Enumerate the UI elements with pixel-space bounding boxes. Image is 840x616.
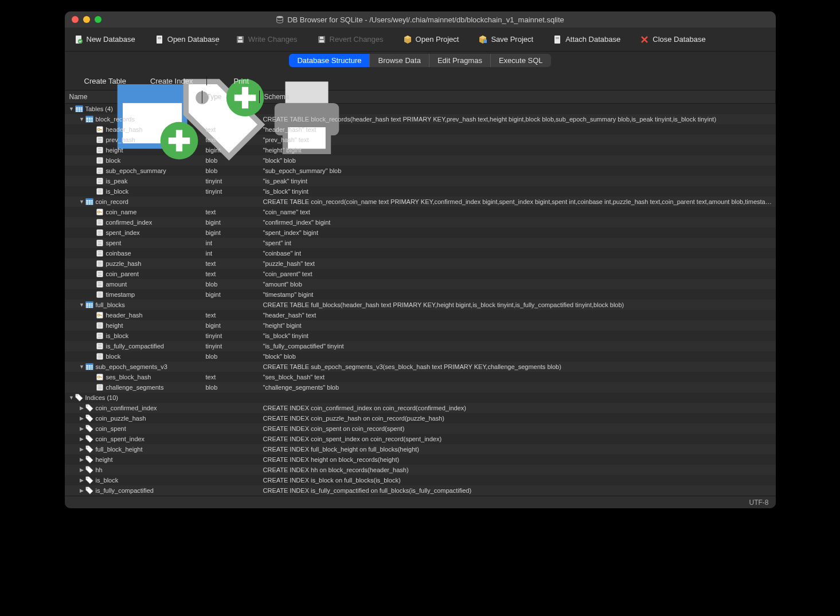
attach-database-button[interactable]: Attach Database	[549, 33, 624, 46]
tree-row[interactable]: ▶is_blockCREATE INDEX is_block on full_b…	[65, 475, 776, 485]
tree-row[interactable]: is_peaktinyint"is_peak" tinyint	[65, 176, 776, 186]
row-name: is_block	[106, 188, 129, 195]
tree-row[interactable]: ▼block_recordsCREATE TABLE block_records…	[65, 114, 776, 124]
write-changes-button[interactable]: Write Changes	[232, 33, 301, 46]
save-project-label: Save Project	[491, 35, 533, 44]
disclosure-icon[interactable]: ▶	[79, 457, 85, 462]
index-icon	[85, 414, 93, 422]
tree-row[interactable]: ▶coin_spentCREATE INDEX coin_spent on co…	[65, 423, 776, 434]
tree-row[interactable]: ▶coin_spent_indexCREATE INDEX coin_spent…	[65, 434, 776, 444]
tab-group: Database Structure Browse Data Edit Prag…	[289, 54, 550, 67]
col-icon	[96, 321, 104, 329]
disclosure-icon[interactable]: ▼	[68, 395, 75, 401]
row-type: bigint	[202, 219, 260, 226]
tree-row[interactable]: ▶coin_puzzle_hashCREATE INDEX coin_puzzl…	[65, 413, 776, 423]
header-name[interactable]: Name	[65, 91, 202, 103]
row-type: blob	[202, 384, 260, 391]
index-group-icon	[75, 394, 83, 402]
close-database-button[interactable]: Close Database	[636, 33, 709, 46]
row-name: timestamp	[106, 291, 135, 298]
disclosure-icon[interactable]: ▼	[79, 116, 85, 122]
save-project-button[interactable]: Save Project	[475, 33, 537, 46]
disclosure-icon[interactable]: ▼	[79, 199, 85, 205]
open-database-button[interactable]: Open Database	[151, 33, 223, 46]
create-index-button[interactable]: Create Index	[138, 76, 193, 85]
tree-row[interactable]: is_fully_compactifiedtinyint"is_fully_co…	[65, 341, 776, 351]
tree-row[interactable]: puzzle_hashtext"puzzle_hash" text	[65, 258, 776, 269]
tree-row[interactable]: ▼full_blocksCREATE TABLE full_blocks(hea…	[65, 300, 776, 310]
disclosure-icon[interactable]: ▶	[79, 477, 85, 483]
tree-row[interactable]: ▶is_fully_compactifiedCREATE INDEX is_fu…	[65, 485, 776, 496]
tree-row[interactable]: ▼Tables (4)	[65, 104, 776, 114]
print-button[interactable]: Print	[221, 76, 249, 85]
tree-row[interactable]: heightbigint"height" bigint	[65, 145, 776, 155]
row-name: coin_spent_index	[96, 435, 145, 442]
create-table-button[interactable]: Create Table	[72, 76, 126, 85]
table-icon	[85, 198, 93, 206]
tab-database-structure[interactable]: Database Structure	[289, 54, 370, 67]
structure-toolbar: Create Table Create Index Print	[65, 72, 776, 91]
tab-execute-sql[interactable]: Execute SQL	[491, 54, 551, 67]
tree-row[interactable]: blockblob"block" blob	[65, 351, 776, 362]
titlebar[interactable]: DB Browser for SQLite - /Users/weyl/.chi…	[65, 11, 776, 28]
tree-row[interactable]: coin_nametext"coin_name" text	[65, 207, 776, 217]
disclosure-icon[interactable]: ▶	[79, 405, 85, 411]
tree-row[interactable]: spent_indexbigint"spent_index" bigint	[65, 227, 776, 238]
tree-row[interactable]: ▶heightCREATE INDEX height on block_reco…	[65, 454, 776, 465]
tree-row[interactable]: coinbaseint"coinbase" int	[65, 248, 776, 258]
tree-row[interactable]: confirmed_indexbigint"confirmed_index" b…	[65, 217, 776, 227]
col-icon	[96, 270, 104, 278]
disclosure-icon[interactable]: ▶	[79, 446, 85, 452]
tree-row[interactable]: is_blocktinyint"is_block" tinyint	[65, 186, 776, 197]
row-name: coinbase	[106, 250, 131, 257]
revert-changes-button[interactable]: Revert Changes	[314, 33, 387, 46]
index-icon	[85, 476, 93, 484]
row-schema: "is_block" tinyint	[260, 332, 776, 339]
col-icon	[96, 218, 104, 226]
tree-row[interactable]: ▼Indices (10)	[65, 393, 776, 403]
open-db-dropdown-icon[interactable]: ⌄	[214, 40, 220, 46]
tree-row[interactable]: ▼sub_epoch_segments_v3CREATE TABLE sub_e…	[65, 362, 776, 372]
tab-edit-pragmas[interactable]: Edit Pragmas	[429, 54, 491, 67]
tree-row[interactable]: ▼coin_recordCREATE TABLE coin_record(coi…	[65, 197, 776, 207]
tree-row[interactable]: is_blocktinyint"is_block" tinyint	[65, 331, 776, 341]
disclosure-icon[interactable]: ▶	[79, 436, 85, 442]
tab-browse-data[interactable]: Browse Data	[370, 54, 429, 67]
row-type: text	[202, 260, 260, 267]
tree-row[interactable]: ▶full_block_heightCREATE INDEX full_bloc…	[65, 444, 776, 454]
tree-row[interactable]: header_hashtext"header_hash" text	[65, 124, 776, 135]
structure-tree[interactable]: ▼Tables (4)▼block_recordsCREATE TABLE bl…	[65, 104, 776, 496]
disclosure-icon[interactable]: ▼	[68, 106, 75, 112]
tree-row[interactable]: blockblob"block" blob	[65, 155, 776, 166]
tree-row[interactable]: heightbigint"height" bigint	[65, 320, 776, 331]
tree-row[interactable]: sub_epoch_summaryblob"sub_epoch_summary"…	[65, 166, 776, 176]
row-type: text	[202, 209, 260, 215]
header-type[interactable]: Type	[202, 91, 260, 103]
new-database-button[interactable]: New Database	[71, 33, 139, 46]
tree-row[interactable]: header_hashtext"header_hash" text	[65, 310, 776, 320]
row-schema: CREATE INDEX coin_puzzle_hash on coin_re…	[260, 415, 776, 422]
row-name: is_fully_compactified	[96, 487, 154, 494]
key-icon	[96, 311, 104, 319]
tree-row[interactable]: prev_hashtext"prev_hash" text	[65, 135, 776, 145]
disclosure-icon[interactable]: ▶	[79, 426, 85, 431]
disclosure-icon[interactable]: ▼	[79, 302, 85, 308]
tree-row[interactable]: amountblob"amount" blob	[65, 279, 776, 289]
row-schema: "spent_index" bigint	[260, 229, 776, 236]
col-icon	[96, 352, 104, 360]
tree-row[interactable]: ▶hhCREATE INDEX hh on block_records(head…	[65, 465, 776, 475]
tree-row[interactable]: ses_block_hashtext"ses_block_hash" text	[65, 372, 776, 382]
header-schema[interactable]: Schema	[260, 91, 776, 103]
open-project-button[interactable]: Open Project	[400, 33, 463, 46]
new-doc-icon	[74, 35, 83, 44]
col-icon	[96, 260, 104, 268]
tree-row[interactable]: spentint"spent" int	[65, 238, 776, 248]
tree-row[interactable]: challenge_segmentsblob"challenge_segment…	[65, 382, 776, 393]
disclosure-icon[interactable]: ▼	[79, 364, 85, 370]
disclosure-icon[interactable]: ▶	[79, 467, 85, 473]
disclosure-icon[interactable]: ▶	[79, 415, 85, 421]
tree-row[interactable]: ▶coin_confirmed_indexCREATE INDEX coin_c…	[65, 403, 776, 413]
disclosure-icon[interactable]: ▶	[79, 488, 85, 493]
tree-row[interactable]: timestampbigint"timestamp" bigint	[65, 289, 776, 300]
tree-row[interactable]: coin_parenttext"coin_parent" text	[65, 269, 776, 279]
